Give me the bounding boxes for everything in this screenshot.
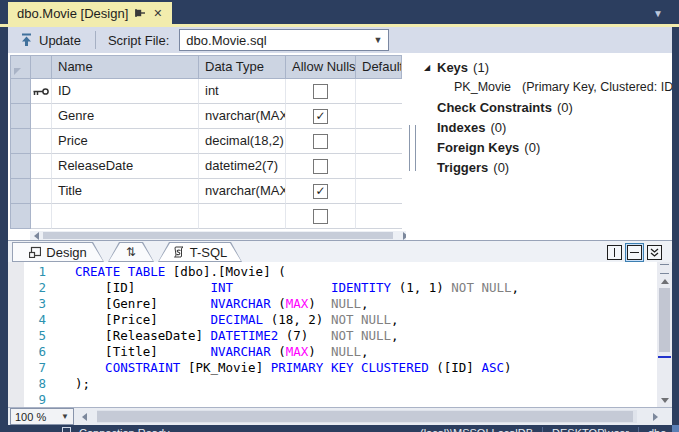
tab-tsql[interactable]: T-SQL xyxy=(158,242,242,262)
code-line[interactable]: 8); xyxy=(8,376,657,392)
row-header[interactable] xyxy=(10,79,31,104)
allow-nulls-checkbox[interactable] xyxy=(313,134,328,149)
grid-horizontal-scrollbar[interactable] xyxy=(30,231,412,240)
default-cell[interactable] xyxy=(356,129,402,154)
data-type-cell[interactable] xyxy=(199,204,286,229)
vertical-splitter[interactable] xyxy=(406,53,418,240)
editor-vertical-scrollbar[interactable] xyxy=(657,262,672,407)
update-button[interactable]: Update xyxy=(8,27,91,53)
scroll-left-icon[interactable] xyxy=(34,232,39,240)
allow-nulls-checkbox[interactable] xyxy=(313,159,328,174)
collapse-pane-button[interactable] xyxy=(647,245,662,260)
tree-section-keys[interactable]: ◢Keys(1) xyxy=(418,57,672,77)
resize-grip[interactable] xyxy=(672,425,679,432)
grid-header-data-type: Data Type xyxy=(199,55,286,79)
horizontal-split-icon xyxy=(630,252,639,253)
default-cell[interactable] xyxy=(356,79,402,104)
table-row[interactable]: Pricedecimal(18,2) xyxy=(10,129,402,154)
code-token: ) xyxy=(308,344,331,359)
row-header[interactable] xyxy=(10,179,31,204)
row-header[interactable] xyxy=(10,104,31,129)
vertical-split-layout-button[interactable] xyxy=(607,245,622,260)
toolbar-separator xyxy=(95,31,96,49)
data-type-cell[interactable]: nvarchar(MAX) xyxy=(199,179,286,204)
tree-section-indexes[interactable]: Indexes(0) xyxy=(418,117,672,137)
data-type-cell[interactable]: decimal(18,2) xyxy=(199,129,286,154)
default-cell[interactable] xyxy=(356,104,402,129)
column-name-cell[interactable]: ReleaseDate xyxy=(52,154,199,179)
column-name-cell[interactable]: Price xyxy=(52,129,199,154)
editor-zoom-combobox[interactable]: 100 % ▼ xyxy=(10,408,74,425)
line-number: 6 xyxy=(8,344,46,360)
code-area[interactable]: 1CREATE TABLE [dbo].[Movie] (2 [ID] INT … xyxy=(8,262,657,407)
allow-nulls-cell xyxy=(286,129,356,154)
data-type-cell[interactable]: int xyxy=(199,79,286,104)
code-token: NOT NULL xyxy=(331,328,391,343)
pin-icon[interactable] xyxy=(135,8,146,19)
default-cell[interactable] xyxy=(356,154,402,179)
data-type-cell[interactable]: datetime2(7) xyxy=(199,154,286,179)
double-chevron-down-icon xyxy=(650,248,659,258)
code-line[interactable]: 3 [Genre] NVARCHAR (MAX) NULL, xyxy=(8,296,657,312)
table-row[interactable]: ReleaseDatedatetime2(7) xyxy=(10,154,402,179)
code-line[interactable]: 5 [ReleaseDate] DATETIME2 (7) NOT NULL, xyxy=(8,328,657,344)
allow-nulls-cell xyxy=(286,79,356,104)
code-line[interactable]: 4 [Price] DECIMAL (18, 2) NOT NULL, xyxy=(8,312,657,328)
scrollbar-thumb[interactable] xyxy=(43,232,393,239)
code-line[interactable]: 2 [ID] INT IDENTITY (1, 1) NOT NULL, xyxy=(8,280,657,296)
code-line[interactable]: 9 xyxy=(8,392,657,407)
column-name-cell[interactable]: Genre xyxy=(52,104,199,129)
swap-panes-button[interactable]: ⇅ xyxy=(108,242,154,262)
scrollbar-thumb[interactable] xyxy=(659,288,670,352)
status-bar: Connection Ready (local)\MSSQLLocalDBDES… xyxy=(0,425,679,432)
horizontal-split-layout-button-active[interactable] xyxy=(625,243,644,262)
allow-nulls-checkbox[interactable]: ✓ xyxy=(313,184,328,199)
allow-nulls-checkbox[interactable] xyxy=(313,209,328,224)
default-cell[interactable] xyxy=(356,179,402,204)
default-cell[interactable] xyxy=(356,204,402,229)
splitter-handle-icon[interactable] xyxy=(660,264,669,274)
table-row[interactable]: IDint xyxy=(10,79,402,104)
column-name-cell[interactable]: ID xyxy=(52,79,199,104)
app-window: dbo.Movie [Design] ✕ ▼ Update Script Fil… xyxy=(0,0,679,432)
scroll-right-icon[interactable] xyxy=(653,413,658,421)
table-row[interactable]: Titlenvarchar(MAX)✓ xyxy=(10,179,402,204)
code-line[interactable]: 7 CONSTRAINT [PK_Movie] PRIMARY KEY CLUS… xyxy=(8,360,657,376)
tab-design[interactable]: Design xyxy=(12,242,104,262)
scroll-down-icon[interactable] xyxy=(661,398,669,403)
code-line[interactable]: 6 [Title] NVARCHAR (MAX) NULL, xyxy=(8,344,657,360)
script-file-combobox[interactable]: dbo.Movie.sql ▼ xyxy=(179,29,389,51)
tree-section-check-constraints[interactable]: Check Constraints(0) xyxy=(418,97,672,117)
table-row[interactable] xyxy=(10,204,402,229)
row-header[interactable] xyxy=(10,204,31,229)
editor-zoom-value: 100 % xyxy=(15,411,46,423)
primary-key-icon xyxy=(33,87,49,96)
tree-section-foreign-keys[interactable]: Foreign Keys(0) xyxy=(418,137,672,157)
column-name-cell[interactable] xyxy=(52,204,199,229)
tab-tsql-label: T-SQL xyxy=(190,245,228,260)
allow-nulls-checkbox[interactable]: ✓ xyxy=(313,109,328,124)
data-type-cell[interactable]: nvarchar(MAX) xyxy=(199,104,286,129)
table-row[interactable]: Genrenvarchar(MAX)✓ xyxy=(10,104,402,129)
grid-corner-cell[interactable] xyxy=(10,55,31,79)
column-name-cell[interactable]: Title xyxy=(52,179,199,204)
tree-item[interactable]: PK_Movie(Primary Key, Clustered: ID) xyxy=(418,77,672,97)
row-header[interactable] xyxy=(10,129,31,154)
code-token: NOT NULL xyxy=(331,312,391,327)
expander-expanded-icon[interactable]: ◢ xyxy=(424,63,437,72)
allow-nulls-checkbox[interactable] xyxy=(313,84,328,99)
close-icon[interactable]: ✕ xyxy=(153,8,162,19)
tsql-editor[interactable]: 1CREATE TABLE [dbo].[Movie] (2 [ID] INT … xyxy=(8,262,657,407)
tree-section-triggers[interactable]: Triggers(0) xyxy=(418,157,672,177)
tree-section-label: Keys xyxy=(437,60,468,75)
editor-horizontal-scrollbar[interactable] xyxy=(97,410,637,423)
scroll-left-icon[interactable] xyxy=(82,413,87,421)
code-line[interactable]: 1CREATE TABLE [dbo].[Movie] ( xyxy=(8,264,657,280)
scrollbar-thumb[interactable] xyxy=(97,411,633,422)
document-well-dropdown-icon[interactable]: ▼ xyxy=(653,8,663,19)
row-header[interactable] xyxy=(10,154,31,179)
scroll-up-icon[interactable] xyxy=(661,279,669,284)
allow-nulls-cell xyxy=(286,204,356,229)
document-tab[interactable]: dbo.Movie [Design] ✕ xyxy=(8,2,172,24)
tree-item-name: PK_Movie xyxy=(454,80,511,94)
